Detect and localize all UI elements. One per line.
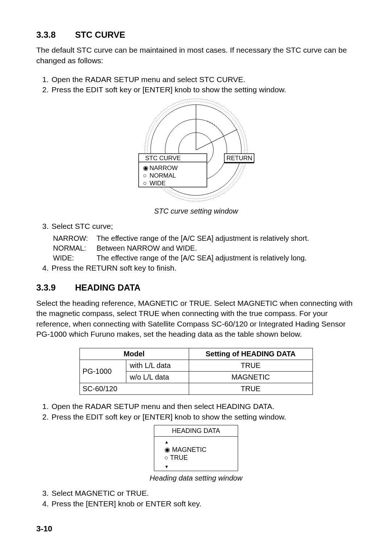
svg-text:○: ○ bbox=[143, 172, 147, 179]
radio-unselected-icon bbox=[164, 454, 170, 461]
def-narrow-label: NARROW: bbox=[53, 234, 97, 243]
list-number: 2. bbox=[36, 412, 52, 422]
def-normal-text: Between NARROW and WIDE. bbox=[97, 243, 197, 253]
heading-intro-text: Select the heading reference, MAGNETIC o… bbox=[36, 298, 356, 339]
option-true: TRUE bbox=[170, 454, 188, 461]
table-header-model: Model bbox=[79, 348, 189, 360]
table-cell: TRUE bbox=[189, 383, 313, 395]
section-heading-stc-curve: 3.3.8 STC CURVE bbox=[36, 29, 356, 41]
hd-step-4: Press the [ENTER] knob or ENTER soft key… bbox=[52, 499, 356, 509]
table-cell: MAGNETIC bbox=[189, 372, 313, 383]
table-header-setting: Setting of HEADING DATA bbox=[189, 348, 313, 360]
svg-line-6 bbox=[196, 129, 237, 150]
section-heading-heading-data: 3.3.9 HEADING DATA bbox=[36, 282, 356, 293]
list-number: 4. bbox=[36, 499, 52, 509]
table-cell: w/o L/L data bbox=[126, 372, 189, 383]
stc-step-2: Press the EDIT soft key or [ENTER] knob … bbox=[52, 85, 356, 95]
list-number: 1. bbox=[36, 401, 52, 412]
stc-window-title: STC CURVE bbox=[145, 155, 181, 162]
page-number: 3-10 bbox=[36, 523, 356, 534]
hd-step-3: Select MAGNETIC or TRUE. bbox=[52, 488, 356, 498]
stc-step-1: Open the RADAR SETUP menu and select STC… bbox=[52, 74, 356, 85]
list-number: 3. bbox=[36, 221, 52, 231]
stc-option-narrow: NARROW bbox=[150, 165, 177, 171]
hd-step-1: Open the RADAR SETUP menu and then selec… bbox=[52, 401, 356, 412]
heading-figure-caption: Heading data setting window bbox=[36, 473, 356, 483]
stc-option-normal: NORMAL bbox=[150, 172, 176, 179]
list-number: 1. bbox=[36, 74, 52, 85]
return-softkey: RETURN bbox=[226, 155, 252, 162]
heading-window-title: HEADING DATA bbox=[154, 425, 238, 437]
triangle-down-icon bbox=[164, 462, 232, 470]
def-narrow-text: The effective range of the [A/C SEA] adj… bbox=[97, 234, 309, 243]
stc-step-3: Select STC curve; bbox=[52, 221, 356, 231]
stc-option-wide: WIDE bbox=[150, 180, 166, 187]
list-number: 3. bbox=[36, 488, 52, 498]
section-title: HEADING DATA bbox=[75, 283, 140, 292]
option-magnetic: MAGNETIC bbox=[172, 446, 207, 453]
table-cell: TRUE bbox=[189, 360, 313, 372]
table-cell: with L/L data bbox=[126, 360, 189, 372]
def-wide-label: WIDE: bbox=[53, 253, 97, 263]
stc-intro-text: The default STC curve can be maintained … bbox=[36, 45, 356, 66]
stc-figure-caption: STC curve setting window bbox=[36, 206, 356, 216]
def-wide-text: The effective range of the [A/C SEA] adj… bbox=[97, 253, 307, 263]
radio-selected-icon bbox=[164, 446, 172, 453]
svg-text:◉: ◉ bbox=[143, 165, 148, 171]
def-normal-label: NORMAL: bbox=[53, 243, 97, 253]
list-number: 2. bbox=[36, 85, 52, 95]
svg-text:○: ○ bbox=[143, 180, 147, 187]
stc-curve-figure: STC CURVE ◉ NARROW ○ NORMAL ○ WIDE RETUR… bbox=[127, 97, 265, 203]
triangle-up-icon bbox=[164, 437, 232, 446]
table-cell: SC-60/120 bbox=[79, 383, 189, 395]
section-number: 3.3.8 bbox=[36, 29, 73, 41]
list-number: 4. bbox=[36, 263, 52, 273]
hd-step-2: Press the EDIT soft key or [ENTER] knob … bbox=[52, 412, 356, 422]
heading-data-window: HEADING DATA MAGNETIC TRUE bbox=[154, 425, 238, 471]
stc-step-4: Press the RETURN soft key to finish. bbox=[52, 263, 356, 273]
heading-data-table: Model Setting of HEADING DATA PG-1000 wi… bbox=[79, 348, 313, 395]
section-title: STC CURVE bbox=[75, 30, 125, 40]
section-number: 3.3.9 bbox=[36, 282, 73, 293]
table-cell: PG-1000 bbox=[79, 360, 126, 383]
